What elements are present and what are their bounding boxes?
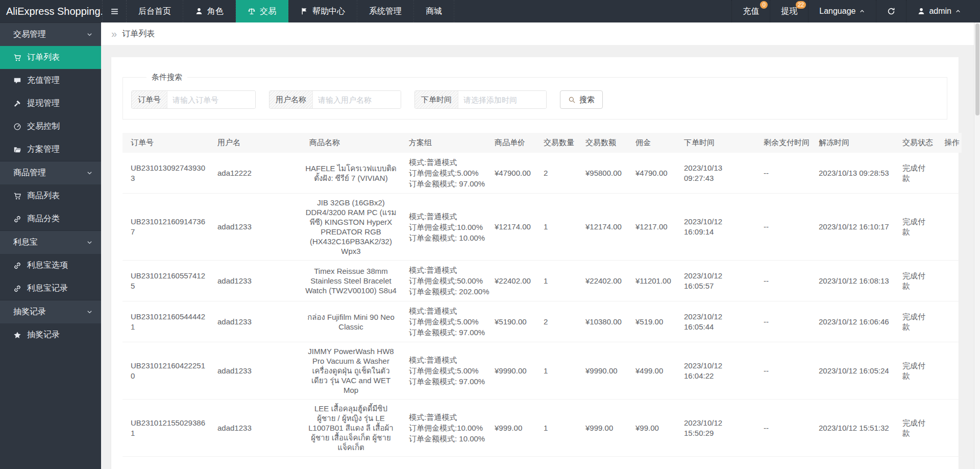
column-header-1: 订单号 bbox=[122, 133, 209, 153]
withdraw-badge: 22 bbox=[796, 1, 806, 9]
sidebar-item-interest-records[interactable]: 利息宝记录 bbox=[0, 277, 101, 300]
page-title: 订单列表 bbox=[122, 29, 155, 39]
cell-amount: ¥22402.00 bbox=[577, 261, 627, 301]
cart-icon bbox=[13, 54, 21, 62]
cell-order-no: UB2310121609147367 bbox=[122, 194, 209, 261]
search-button[interactable]: 搜索 bbox=[560, 90, 603, 109]
sidebar-group-interest-bao[interactable]: 利息宝 bbox=[0, 230, 101, 254]
recharge-badge: 0 bbox=[760, 1, 768, 9]
sidebar-item-label: 提现管理 bbox=[27, 98, 60, 109]
order-no-input[interactable] bbox=[167, 91, 255, 108]
folder-icon bbox=[13, 146, 21, 154]
sidebar-item-lottery-records[interactable]: 抽奖记录 bbox=[0, 323, 101, 346]
cell-product-name: Timex Reissue 38mm Stainless Steel Brace… bbox=[301, 261, 401, 301]
cell-order-time: 2023/10/12 16:05:44 bbox=[676, 301, 755, 342]
cell-status: 完成付款 bbox=[894, 301, 936, 342]
content-area: 条件搜索 订单号用户名称下单时间搜索 订单号用户名商品名称方案组商品单价交易数量… bbox=[101, 45, 980, 469]
sidebar-group-label: 利息宝 bbox=[13, 237, 38, 248]
nav-item-mall[interactable]: 商城 bbox=[414, 0, 454, 22]
recharge-button[interactable]: 充值 0 bbox=[731, 0, 770, 22]
cell-order-no: UB2310121605574125 bbox=[122, 261, 209, 301]
cell-order-time: 2023/10/12 16:09:14 bbox=[676, 194, 755, 261]
order-time-input[interactable] bbox=[458, 91, 546, 108]
sidebar-item-goods-category[interactable]: 商品分类 bbox=[0, 207, 101, 230]
sidebar-item-trade-control[interactable]: 交易控制 bbox=[0, 115, 101, 138]
nav-item-label: 交易 bbox=[260, 6, 276, 17]
gavel-icon bbox=[13, 100, 21, 108]
sidebar-item-label: 商品分类 bbox=[27, 214, 60, 224]
nav-item-help[interactable]: 帮助中心 bbox=[288, 0, 357, 22]
orders-table: 订单号用户名商品名称方案组商品单价交易数量交易数额佣金下单时间剩余支付时间解冻时… bbox=[122, 133, 962, 457]
nav-item-label: 系统管理 bbox=[369, 6, 402, 17]
sidebar-item-goods-list[interactable]: 商品列表 bbox=[0, 184, 101, 207]
scrollbar-thumb[interactable] bbox=[975, 24, 979, 115]
sidebar-item-recharge-manage[interactable]: 充值管理 bbox=[0, 69, 101, 92]
cell-commission: ¥499.00 bbox=[627, 342, 676, 400]
cell-username: adad1233 bbox=[209, 261, 301, 301]
sidebar-item-order-list[interactable]: 订单列表 bbox=[0, 46, 101, 69]
sidebar-item-label: 商品列表 bbox=[27, 191, 60, 201]
column-header-8: 佣金 bbox=[627, 133, 676, 153]
recharge-label: 充值 bbox=[743, 6, 759, 17]
refresh-button[interactable] bbox=[876, 0, 906, 22]
cell-unfreeze-time: 2023/10/12 16:05:24 bbox=[811, 342, 894, 400]
nav-item-trade[interactable]: 交易 bbox=[236, 0, 288, 22]
column-header-11: 解冻时间 bbox=[811, 133, 894, 153]
cell-username: adad1233 bbox=[209, 400, 301, 457]
cell-unfreeze-time: 2023/10/12 16:08:13 bbox=[811, 261, 894, 301]
cell-unfreeze-time: 2023/10/12 16:06:46 bbox=[811, 301, 894, 342]
search-panel: 条件搜索 订单号用户名称下单时间搜索 bbox=[122, 73, 947, 120]
cell-scheme-group: 模式:普通模式订单佣金模式:5.00%订单金额模式: 97.00% bbox=[401, 301, 486, 342]
cell-amount: ¥9990.00 bbox=[577, 342, 627, 400]
sidebar-item-scheme-manage[interactable]: 方案管理 bbox=[0, 138, 101, 161]
search-field-order-time: 下单时间 bbox=[414, 90, 547, 109]
nav-item-roles[interactable]: 角色 bbox=[183, 0, 236, 22]
cell-product-name: HAFELE ไมโครเวฟแบบติดตั้งฝัง: ซีรีย์ 7 (… bbox=[301, 153, 401, 194]
cell-order-no: UB2310130927439303 bbox=[122, 153, 209, 194]
cell-action bbox=[936, 261, 962, 301]
cell-username: adad1233 bbox=[209, 342, 301, 400]
cell-unfreeze-time: 2023/10/13 09:28:53 bbox=[811, 153, 894, 194]
sidebar-item-withdraw-manage[interactable]: 提现管理 bbox=[0, 92, 101, 115]
sidebar-group-lottery-records-group[interactable]: 抽奖记录 bbox=[0, 300, 101, 323]
table-row: UB2310121550293861adad1233LEE เสื้อคลุมฮ… bbox=[122, 400, 962, 457]
link-icon bbox=[13, 285, 21, 293]
refresh-icon bbox=[887, 7, 895, 15]
cell-status: 完成付款 bbox=[894, 342, 936, 400]
nav-item-label: 帮助中心 bbox=[312, 6, 345, 17]
username-input[interactable] bbox=[313, 91, 401, 108]
language-dropdown[interactable]: Language bbox=[808, 0, 876, 22]
withdraw-button[interactable]: 提现 22 bbox=[770, 0, 808, 22]
scales-icon bbox=[248, 7, 256, 15]
search-field-label: 用户名称 bbox=[270, 91, 313, 108]
cell-action bbox=[936, 194, 962, 261]
column-header-2: 用户名 bbox=[209, 133, 301, 153]
cell-scheme-group: 模式:普通模式订单佣金模式:50.00%订单金额模式: 202.00% bbox=[401, 261, 486, 301]
sidebar-group-goods-manage[interactable]: 商品管理 bbox=[0, 161, 101, 184]
chevron-down-icon bbox=[86, 170, 93, 176]
chevron-down-icon bbox=[86, 309, 93, 315]
user-menu[interactable]: admin bbox=[906, 0, 972, 22]
cell-unit-price: ¥9990.00 bbox=[486, 342, 535, 400]
nav-item-label: 后台首页 bbox=[138, 6, 171, 17]
sidebar-item-label: 抽奖记录 bbox=[27, 330, 60, 340]
nav-item-system[interactable]: 系统管理 bbox=[357, 0, 414, 22]
cell-unit-price: ¥12174.00 bbox=[486, 194, 535, 261]
cell-qty: 1 bbox=[535, 194, 577, 261]
cell-remaining-pay-time: -- bbox=[755, 194, 811, 261]
column-header-13: 操作 bbox=[936, 133, 962, 153]
search-field-label: 下单时间 bbox=[415, 91, 458, 108]
sidebar-group-trade-manage[interactable]: 交易管理 bbox=[0, 22, 101, 46]
nav-item-home[interactable]: 后台首页 bbox=[127, 0, 183, 22]
sidebar-item-interest-options[interactable]: 利息宝选项 bbox=[0, 254, 101, 277]
cell-commission: ¥11201.00 bbox=[627, 261, 676, 301]
cell-order-no: UB2310121604222510 bbox=[122, 342, 209, 400]
column-header-10: 剩余支付时间 bbox=[755, 133, 811, 153]
breadcrumb: » 订单列表 bbox=[101, 22, 980, 45]
scrollbar[interactable] bbox=[974, 22, 980, 469]
cell-qty: 2 bbox=[535, 153, 577, 194]
search-button-label: 搜索 bbox=[579, 95, 595, 105]
hamburger-icon[interactable] bbox=[102, 0, 127, 22]
search-field-order-no: 订单号 bbox=[131, 90, 256, 109]
double-chevron-icon: » bbox=[111, 29, 117, 39]
